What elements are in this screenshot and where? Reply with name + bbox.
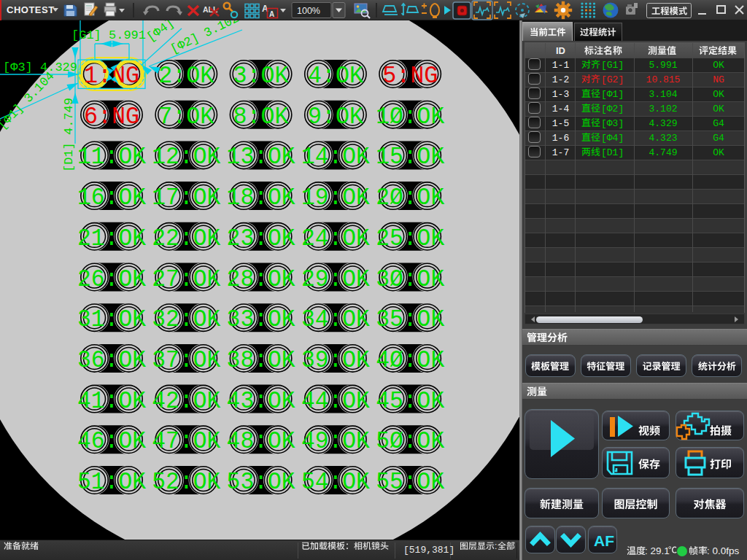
svg-text:53:OK: 53:OK: [227, 469, 295, 496]
svg-text:100%: 100%: [297, 6, 320, 16]
svg-text:52:OK: 52:OK: [152, 469, 220, 496]
svg-text:13:OK: 13:OK: [227, 144, 295, 171]
svg-text:23:OK: 23:OK: [227, 225, 295, 252]
svg-text:32:OK: 32:OK: [152, 306, 220, 333]
svg-text:3Ø:OK: 3Ø:OK: [376, 266, 444, 293]
svg-text:46:OK: 46:OK: [77, 428, 146, 455]
svg-text:27:OK: 27:OK: [152, 266, 220, 293]
svg-text:[G1] 5.991: [G1] 5.991: [71, 28, 146, 42]
svg-text:55:OK: 55:OK: [376, 469, 444, 496]
svg-text:8:OK: 8:OK: [233, 104, 289, 131]
svg-text:42:OK: 42:OK: [152, 388, 220, 415]
svg-text:AF: AF: [594, 532, 614, 549]
svg-text:5Ø:OK: 5Ø:OK: [376, 428, 444, 455]
svg-text:1:NG: 1:NG: [84, 63, 139, 90]
svg-text:37:OK: 37:OK: [152, 347, 220, 374]
svg-text:31:OK: 31:OK: [77, 306, 146, 333]
svg-text:15:OK: 15:OK: [376, 144, 444, 171]
svg-text:12:OK: 12:OK: [152, 144, 220, 171]
svg-text:18:OK: 18:OK: [227, 184, 295, 211]
svg-text:9:OK: 9:OK: [308, 104, 363, 131]
svg-text:17:OK: 17:OK: [152, 184, 220, 211]
svg-text:3:OK: 3:OK: [233, 63, 289, 90]
svg-text:2:OK: 2:OK: [158, 63, 214, 90]
svg-text:49:OK: 49:OK: [301, 428, 370, 455]
svg-text:38:OK: 38:OK: [227, 347, 295, 374]
svg-text:A: A: [269, 10, 274, 18]
svg-text:25:OK: 25:OK: [376, 225, 444, 252]
svg-text:41:OK: 41:OK: [77, 388, 146, 415]
svg-text:29:OK: 29:OK: [301, 266, 370, 293]
svg-text:16:OK: 16:OK: [77, 184, 146, 211]
svg-text:33:OK: 33:OK: [227, 306, 295, 333]
svg-text:24:OK: 24:OK: [301, 225, 370, 252]
svg-text:48:OK: 48:OK: [227, 428, 295, 455]
svg-text:6:NG: 6:NG: [84, 104, 139, 131]
svg-text:45:OK: 45:OK: [376, 388, 444, 415]
svg-text:4:OK: 4:OK: [308, 63, 363, 90]
svg-text:51:OK: 51:OK: [77, 469, 146, 496]
svg-text:26:OK: 26:OK: [77, 266, 146, 293]
svg-text:21:OK: 21:OK: [77, 225, 146, 252]
svg-text:44:OK: 44:OK: [301, 388, 370, 415]
svg-text:[Φ3] 4.329: [Φ3] 4.329: [3, 61, 77, 74]
svg-text:4Ø:OK: 4Ø:OK: [376, 347, 444, 374]
svg-text:34:OK: 34:OK: [301, 306, 370, 333]
svg-text:[D1] 4.749: [D1] 4.749: [62, 98, 76, 172]
svg-text:19:OK: 19:OK: [301, 184, 370, 211]
svg-text:22:OK: 22:OK: [152, 225, 220, 252]
svg-text:35:OK: 35:OK: [376, 306, 444, 333]
svg-text:39:OK: 39:OK: [301, 347, 370, 374]
svg-text:5:NG: 5:NG: [382, 63, 438, 90]
svg-text:47:OK: 47:OK: [152, 428, 220, 455]
svg-text:54:OK: 54:OK: [301, 469, 370, 496]
svg-text:36:OK: 36:OK: [77, 347, 146, 374]
svg-text:2Ø:OK: 2Ø:OK: [376, 184, 444, 211]
svg-text:28:OK: 28:OK: [227, 266, 295, 293]
svg-text:14:OK: 14:OK: [301, 144, 370, 171]
svg-text:11:OK: 11:OK: [77, 144, 146, 171]
svg-text:7:OK: 7:OK: [158, 104, 214, 131]
svg-text:1Ø:OK: 1Ø:OK: [376, 104, 444, 131]
svg-text:43:OK: 43:OK: [227, 388, 295, 415]
